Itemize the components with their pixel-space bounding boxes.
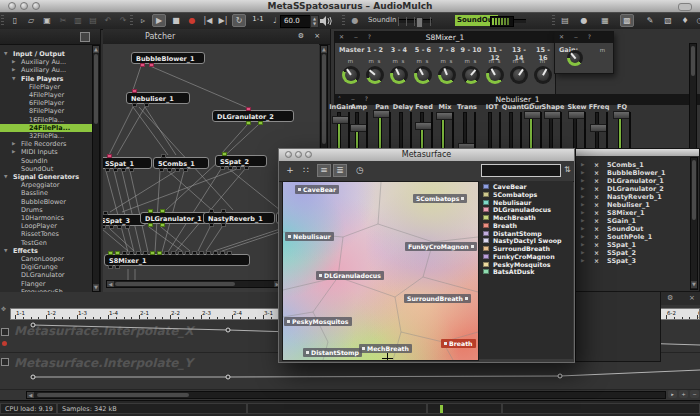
network-sync-icon[interactable]: ●: [348, 14, 362, 27]
chevron-right-icon[interactable]: ▶: [581, 169, 584, 177]
output-port[interactable]: [132, 103, 137, 107]
mute-solo-buttons[interactable]: m s: [483, 58, 507, 64]
input-port[interactable]: [222, 152, 227, 156]
chevron-right-icon[interactable]: ▶: [12, 148, 15, 156]
slider-handle[interactable]: [544, 111, 561, 119]
sidebar-item-auxiliary-au-[interactable]: ▶Auxiliary Au...: [0, 58, 92, 66]
chevron-right-icon[interactable]: ▶: [581, 193, 584, 201]
chevron-right-icon[interactable]: ▶: [581, 257, 584, 265]
sidebar-item-rissettones[interactable]: RissetTones: [0, 230, 92, 238]
snapshots-view-button[interactable]: ▦: [598, 14, 612, 27]
input-port[interactable]: [171, 251, 176, 255]
list-view-icon[interactable]: ≡: [317, 164, 331, 177]
output-port[interactable]: [221, 223, 226, 227]
paste-button[interactable]: ▤: [86, 14, 100, 27]
patch-node-s8mixer_1[interactable]: S8Mixer_1: [104, 254, 250, 266]
chevron-right-icon[interactable]: ▶: [581, 177, 584, 185]
palette-mode-icon[interactable]: [80, 32, 90, 42]
sidebar-item-signal-generators[interactable]: ▼Signal Generators: [0, 173, 92, 181]
speaker-icon[interactable]: [318, 15, 332, 27]
gear-icon[interactable]: ⚙: [298, 32, 304, 40]
stop-button[interactable]: ■: [169, 14, 183, 27]
sidebar-item-testgen[interactable]: TestGen: [0, 239, 92, 247]
contraption-row-sgain_1[interactable]: ▶×SGain_1: [576, 217, 686, 225]
surface-snapshot-distantstomp[interactable]: DistantStomp: [303, 348, 362, 357]
chevron-right-icon[interactable]: ▶: [581, 233, 584, 241]
contraption-row-5combs_1[interactable]: ▶×5Combs_1: [576, 161, 686, 169]
output-port[interactable]: [209, 223, 214, 227]
output-port[interactable]: [228, 166, 233, 170]
play-button[interactable]: ▶: [152, 14, 166, 27]
loop-button[interactable]: ↻: [232, 14, 246, 27]
slider-handle[interactable]: [590, 124, 607, 132]
delete-icon[interactable]: ×: [594, 233, 599, 241]
rewind-button[interactable]: |◀: [201, 14, 215, 27]
mute-solo-buttons[interactable]: m: [339, 58, 363, 64]
chevron-right-icon[interactable]: ▶: [581, 185, 584, 193]
sidebar-item-8fileplayer[interactable]: 8FilePlayer: [0, 107, 92, 115]
slider-handle[interactable]: [568, 111, 585, 119]
input-port[interactable]: [143, 251, 148, 255]
sidebar-item-10harmonics[interactable]: 10Harmonics: [0, 214, 92, 222]
clock-button[interactable]: ◔: [693, 14, 700, 27]
contraption-row-s8mixer_1[interactable]: ▶×S8Mixer_1: [576, 209, 686, 217]
zoom-in-icon[interactable]: +: [679, 390, 688, 398]
mixer-knob-1-2[interactable]: [366, 66, 384, 84]
patcher-hscrollbar[interactable]: ◀▶: [106, 280, 282, 288]
delete-icon[interactable]: ×: [594, 201, 599, 209]
record-button[interactable]: ●: [185, 14, 199, 27]
output-port[interactable]: [244, 166, 249, 170]
input-port[interactable]: [220, 251, 225, 255]
contraption-row-dlgranulator_1[interactable]: ▶×DLGranulator_1: [576, 177, 686, 185]
patcher-view-button[interactable]: ▤: [558, 14, 572, 27]
contraption-row-nebuliser_1[interactable]: ▶×Nebuliser_1: [576, 201, 686, 209]
output-port[interactable]: [108, 265, 113, 269]
output-port[interactable]: [148, 223, 153, 227]
add-snapshot-icon[interactable]: +: [283, 164, 297, 177]
chevron-right-icon[interactable]: ▶: [581, 209, 584, 217]
output-port[interactable]: [105, 168, 110, 172]
output-port[interactable]: [160, 223, 165, 227]
sidebar-item-soundin[interactable]: SoundIn: [0, 157, 92, 165]
sidebar-item-auxiliary-au-[interactable]: ▶Auxiliary Au...: [0, 66, 92, 74]
toolbar-drag-handle[interactable]: [342, 15, 345, 26]
surface-snapshot-dlgranuladocus[interactable]: DLGranuladocus: [316, 271, 384, 280]
input-port[interactable]: [136, 251, 141, 255]
slider-handle[interactable]: [415, 122, 432, 130]
notes-button[interactable]: ▧: [661, 14, 675, 27]
input-port[interactable]: [161, 154, 166, 158]
contraption-row-soundout[interactable]: ▶×SoundOut: [576, 225, 686, 233]
gain-window-controls[interactable]: ✕ ‒ ?: [559, 33, 595, 40]
new-file-button[interactable]: ▯: [8, 14, 22, 27]
toolbar-toggle-button[interactable]: [678, 3, 692, 11]
surface-snapshot-funkycromagnon[interactable]: FunkyCroMagnon: [405, 242, 477, 251]
chevron-right-icon[interactable]: ▶: [581, 241, 584, 249]
mixer-knob-13-14[interactable]: [510, 66, 528, 84]
input-port[interactable]: [185, 251, 190, 255]
surface-snapshot-5combatops[interactable]: 5Combatops: [413, 194, 467, 203]
sidebar-item-file-players[interactable]: ▼File Players: [0, 75, 92, 83]
output-port[interactable]: [144, 103, 149, 107]
input-port[interactable]: [246, 107, 251, 111]
slider-handle[interactable]: [524, 111, 541, 119]
input-port[interactable]: [129, 251, 134, 255]
automation-hscrollbar[interactable]: ◀: [26, 391, 666, 399]
sound-in-slider-handle[interactable]: [416, 17, 423, 28]
input-port[interactable]: [209, 209, 214, 213]
palette-scrollbar[interactable]: ▲ ▼: [92, 45, 100, 292]
sound-out-slider[interactable]: [514, 19, 526, 23]
sidebar-item-soundout[interactable]: SoundOut: [0, 165, 92, 173]
surface-snapshot-peskymosquitos[interactable]: PeskyMosquitos: [284, 317, 352, 326]
contraptions-scrollbar[interactable]: ▼: [690, 157, 698, 290]
sidebar-item-file-recorders[interactable]: ▶File Recorders: [0, 140, 92, 148]
input-port[interactable]: [148, 209, 153, 213]
contraption-row-sspat_2[interactable]: ▶×SSpat_2: [576, 249, 686, 257]
grid-icon[interactable]: ∷: [299, 164, 313, 177]
input-port[interactable]: [122, 251, 127, 255]
mute-solo-buttons[interactable]: m s: [363, 58, 387, 64]
output-port[interactable]: [121, 168, 126, 172]
input-port[interactable]: [221, 209, 226, 213]
sidebar-item-flanger[interactable]: Flanger: [0, 280, 92, 288]
delete-icon[interactable]: ×: [594, 193, 599, 201]
sidebar-item-6fileplayer[interactable]: 6FilePlayer: [0, 99, 92, 107]
